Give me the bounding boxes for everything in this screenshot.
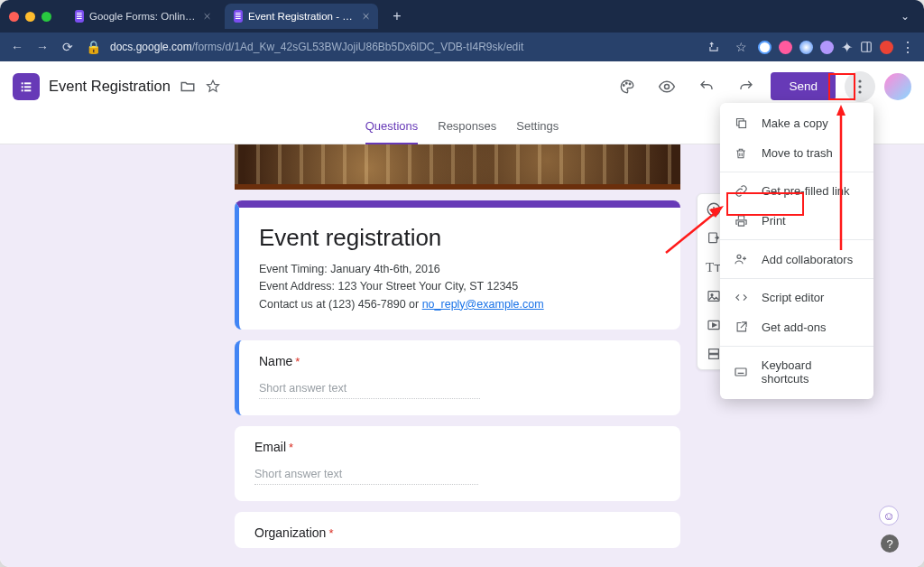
menu-separator xyxy=(720,278,873,279)
menu-label: Print xyxy=(762,214,786,228)
svg-rect-2 xyxy=(22,82,23,84)
move-folder-icon[interactable] xyxy=(180,79,196,95)
question-card[interactable]: Organization* xyxy=(235,512,680,548)
close-window-icon[interactable] xyxy=(9,12,19,22)
extension-icon[interactable] xyxy=(799,41,813,54)
desc-line: Event Address: 123 Your Street Your City… xyxy=(259,278,661,295)
extension-icon[interactable] xyxy=(820,41,834,54)
redo-icon[interactable] xyxy=(731,71,762,102)
recents-button[interactable]: ☺ xyxy=(879,506,899,525)
question-label: Email xyxy=(254,440,286,454)
script-icon xyxy=(733,291,749,304)
tab-responses[interactable]: Responses xyxy=(438,112,496,144)
desc-line: Event Timing: January 4th-6th, 2016 xyxy=(259,261,661,278)
undo-icon[interactable] xyxy=(691,71,722,102)
addons-icon xyxy=(733,321,749,334)
annotation-box-more xyxy=(828,73,855,100)
required-asterisk: * xyxy=(295,355,300,368)
title-card[interactable]: Event registration Event Timing: January… xyxy=(235,200,680,330)
desc-line: Contact us at (123) 456-7890 or no_reply… xyxy=(259,296,661,313)
menu-label: Get add-ons xyxy=(762,321,827,334)
svg-rect-5 xyxy=(24,86,31,88)
side-panel-icon[interactable] xyxy=(860,41,873,53)
lock-icon: 🔒 xyxy=(85,40,101,54)
menu-item-addons[interactable]: Get add-ons xyxy=(720,312,873,342)
question-card[interactable]: Name* Short answer text xyxy=(235,340,680,415)
question-card[interactable]: Email* Short answer text xyxy=(235,426,680,501)
extension-icon[interactable] xyxy=(779,41,792,54)
tab-settings[interactable]: Settings xyxy=(516,112,559,144)
bookmark-icon[interactable]: ☆ xyxy=(733,40,749,54)
menu-separator xyxy=(720,239,873,240)
extensions-icon[interactable]: ✦ xyxy=(841,39,853,56)
menu-separator xyxy=(720,172,873,172)
svg-rect-24 xyxy=(735,368,746,376)
browser-toolbar: ← → ⟳ 🔒 docs.google.com/forms/d/1Ad_Kw_4… xyxy=(0,33,924,61)
svg-rect-17 xyxy=(708,292,719,302)
svg-point-11 xyxy=(665,84,670,88)
required-asterisk: * xyxy=(328,526,333,540)
help-button[interactable]: ? xyxy=(881,534,899,553)
svg-rect-0 xyxy=(862,42,872,52)
desc-link[interactable]: no_reply@example.com xyxy=(422,298,544,311)
svg-point-23 xyxy=(737,255,741,258)
menu-label: Keyboard shortcuts xyxy=(762,358,861,386)
theme-icon[interactable] xyxy=(612,71,642,102)
close-tab-icon[interactable] xyxy=(204,12,210,21)
forms-logo-icon[interactable] xyxy=(13,73,40,100)
close-tab-icon[interactable] xyxy=(363,12,369,21)
document-title[interactable]: Event Registration xyxy=(49,78,171,95)
tab-label: Event Registration - Google Fo… xyxy=(248,11,357,22)
menu-separator xyxy=(720,346,873,347)
required-asterisk: * xyxy=(289,441,293,454)
menu-label: Script editor xyxy=(762,291,824,304)
answer-placeholder: Short answer text xyxy=(259,382,480,399)
tabs-overflow-icon[interactable]: ⌄ xyxy=(901,10,915,23)
reload-icon[interactable]: ⟳ xyxy=(60,40,76,54)
star-icon[interactable] xyxy=(205,79,221,95)
new-tab-button[interactable]: + xyxy=(387,6,407,26)
account-avatar[interactable] xyxy=(884,73,911,100)
svg-rect-4 xyxy=(22,86,23,88)
svg-point-12 xyxy=(858,79,861,82)
back-icon[interactable]: ← xyxy=(9,40,25,54)
send-button[interactable]: Send xyxy=(771,72,836,100)
address-bar[interactable]: docs.google.com/forms/d/1Ad_Kw_42sGL53BW… xyxy=(110,41,698,53)
collaborators-icon xyxy=(733,252,749,266)
menu-item-script[interactable]: Script editor xyxy=(720,283,873,312)
menu-label: Make a copy xyxy=(762,116,828,130)
more-menu: Make a copy Move to trash Get pre-filled… xyxy=(720,103,873,399)
window-controls xyxy=(9,12,51,22)
svg-rect-7 xyxy=(24,89,31,91)
form-title[interactable]: Event registration xyxy=(259,224,661,252)
preview-icon[interactable] xyxy=(651,71,682,102)
extension-icon[interactable] xyxy=(880,41,893,54)
form-header-image[interactable] xyxy=(235,144,680,190)
minimize-window-icon[interactable] xyxy=(25,12,35,22)
tab-questions[interactable]: Questions xyxy=(365,112,419,144)
menu-item-trash[interactable]: Move to trash xyxy=(720,138,873,168)
svg-rect-3 xyxy=(24,82,31,84)
forward-icon[interactable]: → xyxy=(34,40,51,54)
browser-tab-inactive[interactable]: ≣ Google Forms: Online Form Cr… xyxy=(66,4,219,29)
form-column: Event registration Event Timing: January… xyxy=(235,144,680,567)
browser-menu-icon[interactable]: ⋮ xyxy=(901,39,915,56)
form-description[interactable]: Event Timing: January 4th-6th, 2016 Even… xyxy=(259,261,661,313)
maximize-window-icon[interactable] xyxy=(42,12,51,22)
annotation-box-print xyxy=(726,192,804,216)
menu-item-shortcuts[interactable]: Keyboard shortcuts xyxy=(720,350,873,394)
browser-window: ≣ Google Forms: Online Form Cr… ≣ Event … xyxy=(0,0,924,567)
menu-label: Add collaborators xyxy=(762,253,853,266)
menu-item-collaborators[interactable]: Add collaborators xyxy=(720,244,873,274)
keyboard-icon xyxy=(733,365,749,379)
svg-point-13 xyxy=(858,85,861,88)
svg-rect-6 xyxy=(22,89,23,91)
svg-rect-22 xyxy=(739,121,746,128)
trash-icon xyxy=(733,147,749,160)
extension-icon[interactable] xyxy=(758,41,772,54)
share-icon[interactable] xyxy=(707,41,724,53)
browser-tab-active[interactable]: ≣ Event Registration - Google Fo… xyxy=(225,4,378,29)
menu-item-make-copy[interactable]: Make a copy xyxy=(720,108,873,138)
svg-point-9 xyxy=(626,82,628,84)
tab-label: Google Forms: Online Form Cr… xyxy=(89,11,199,22)
